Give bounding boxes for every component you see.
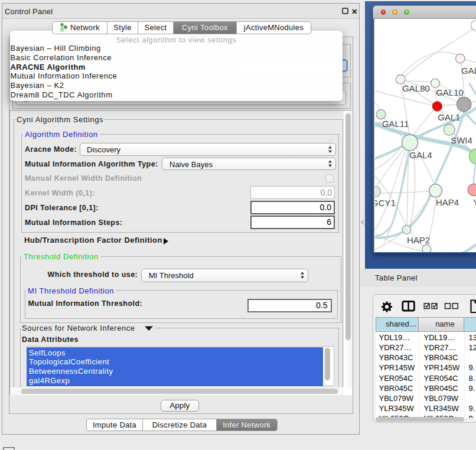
svg-text:GAL11: GAL11 [382, 119, 409, 129]
svg-text:GAL80: GAL80 [402, 83, 430, 93]
svg-text:GAL1: GAL1 [438, 112, 460, 122]
svg-text:HAP4: HAP4 [435, 197, 458, 207]
svg-text:GAL10: GAL10 [436, 87, 464, 97]
svg-text:SWI4: SWI4 [451, 135, 472, 145]
svg-text:GCY1: GCY1 [375, 198, 396, 208]
svg-text:GAL7: GAL7 [461, 66, 476, 76]
svg-text:GAL4: GAL4 [409, 149, 432, 159]
svg-text:YM: YM [473, 197, 476, 207]
svg-text:HAP2: HAP2 [406, 234, 429, 244]
